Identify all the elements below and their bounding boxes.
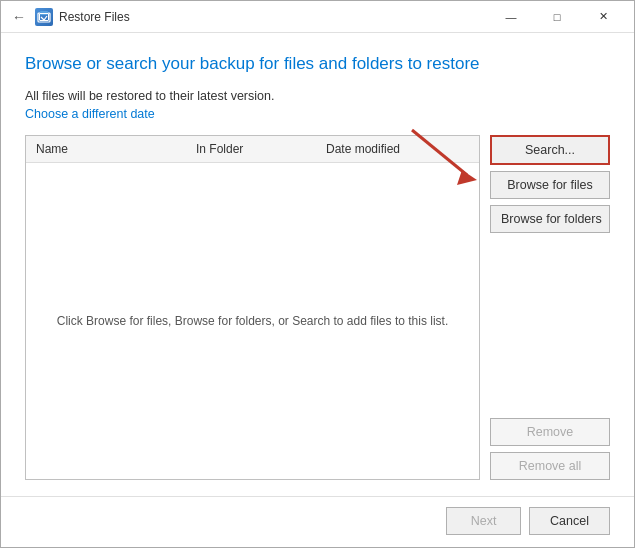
col-date-header: Date modified (316, 140, 479, 158)
title-controls: — □ ✕ (488, 1, 626, 33)
title-bar-left: ← Restore Files (9, 7, 130, 27)
info-text: All files will be restored to their late… (25, 89, 610, 103)
title-bar: ← Restore Files — □ ✕ (1, 1, 634, 33)
footer: Next Cancel (1, 496, 634, 547)
window-title: Restore Files (59, 10, 130, 24)
file-list-body: Click Browse for files, Browse for folde… (26, 163, 479, 479)
browse-folders-button[interactable]: Browse for folders (490, 205, 610, 233)
close-button[interactable]: ✕ (580, 1, 626, 33)
empty-list-message: Click Browse for files, Browse for folde… (57, 314, 448, 328)
cancel-button[interactable]: Cancel (529, 507, 610, 535)
maximize-button[interactable]: □ (534, 1, 580, 33)
col-folder-header: In Folder (186, 140, 316, 158)
back-button[interactable]: ← (9, 7, 29, 27)
next-button[interactable]: Next (446, 507, 521, 535)
file-list-header: Name In Folder Date modified (26, 136, 479, 163)
button-spacer (490, 239, 610, 412)
choose-date-link[interactable]: Choose a different date (25, 107, 610, 121)
page-content: Browse or search your backup for files a… (1, 33, 634, 496)
remove-all-button[interactable]: Remove all (490, 452, 610, 480)
page-title: Browse or search your backup for files a… (25, 53, 610, 75)
svg-rect-0 (38, 13, 50, 22)
browse-files-button[interactable]: Browse for files (490, 171, 610, 199)
search-button[interactable]: Search... (490, 135, 610, 165)
svg-rect-1 (40, 11, 48, 15)
main-area: Name In Folder Date modified Click Brows… (25, 135, 610, 480)
buttons-panel: Search... Browse for files Browse for fo… (490, 135, 610, 480)
minimize-button[interactable]: — (488, 1, 534, 33)
window-icon (35, 8, 53, 26)
file-list: Name In Folder Date modified Click Brows… (25, 135, 480, 480)
remove-button[interactable]: Remove (490, 418, 610, 446)
restore-files-window: ← Restore Files — □ ✕ Browse or search y… (0, 0, 635, 548)
col-name-header: Name (26, 140, 186, 158)
